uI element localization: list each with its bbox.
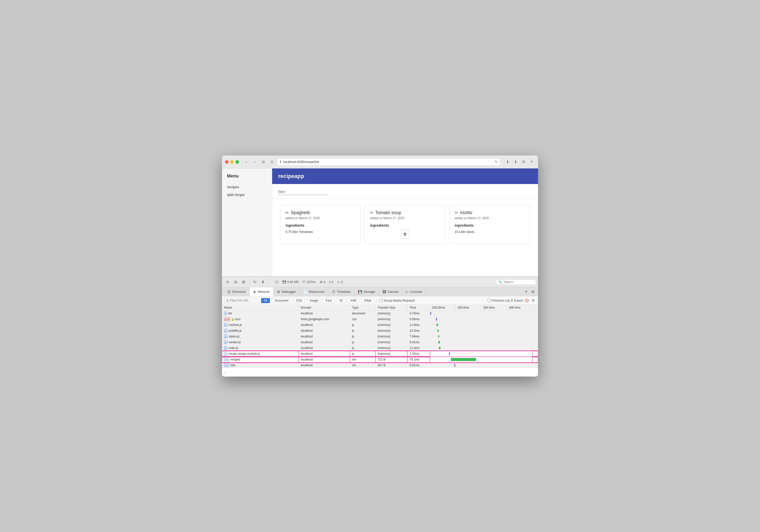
th-300ms: 300.0ms xyxy=(481,305,507,311)
row-timeline-cell xyxy=(430,311,533,316)
back-button[interactable]: ‹ xyxy=(243,159,250,165)
address-bar[interactable]: ℹ localhost:4200/recipe/list ↻ xyxy=(277,158,500,166)
maximize-button[interactable] xyxy=(236,160,239,164)
sidebar-item-recipes[interactable]: recipes xyxy=(227,185,267,189)
tab-storage-label: Storage xyxy=(364,290,375,293)
devtools-dock-bottom-button[interactable]: ⊟ xyxy=(232,279,239,286)
minimize-button[interactable] xyxy=(230,160,234,164)
close-button[interactable] xyxy=(225,160,228,164)
recipe-icon-tomato-soup: ✂ xyxy=(370,210,373,215)
requests-count: 4 xyxy=(324,280,325,284)
forward-button[interactable]: › xyxy=(252,159,258,165)
table-row[interactable]: jsstyles.jslocalhostjs(memory)7.96ms xyxy=(222,334,538,339)
group-media-label[interactable]: Group Media Requests xyxy=(379,299,415,302)
warning-icon: ⚠ xyxy=(337,280,340,284)
delete-button-tomato-soup[interactable]: 🗑 xyxy=(401,230,409,239)
devtools-close-button[interactable]: ✕ xyxy=(224,279,231,286)
add-tab-button[interactable]: + xyxy=(523,288,530,295)
tab-canvas[interactable]: 🖼 Canvas xyxy=(379,287,402,296)
export-button[interactable]: ⬆ Export xyxy=(511,299,523,302)
table-row[interactable]: xhrrecipeslocalhostxhr722 B75.1ms xyxy=(222,357,538,363)
clear-button[interactable]: 🚫 xyxy=(524,298,530,303)
tab-debugger-label: Debugger xyxy=(282,290,296,293)
row-time-cell: 9.41ms xyxy=(407,339,430,345)
row-time-cell: 11.6ms xyxy=(407,345,430,351)
row-domain-cell: localhost xyxy=(299,339,350,345)
devtools-download-button[interactable]: ⬇ xyxy=(260,279,266,286)
preserve-log-label[interactable]: Preserve Log xyxy=(488,299,510,302)
tab-timelines[interactable]: ⏱ Timelines xyxy=(328,287,355,296)
css-file-icon: css xyxy=(224,317,230,321)
row-type-cell: js xyxy=(350,351,375,357)
row-time-cell: 3.75ms xyxy=(407,311,430,316)
table-row[interactable]: jsruntime.jslocalhostjs(memory)11.8ms xyxy=(222,322,538,328)
download-icon[interactable]: ⬇ xyxy=(504,159,511,165)
table-row[interactable]: jsrecipe-recipe-module.jslocalhostjs(mem… xyxy=(222,351,538,357)
th-type[interactable]: Type xyxy=(350,305,375,311)
th-time[interactable]: Time xyxy=(407,305,430,311)
th-domain[interactable]: Domain xyxy=(299,305,350,311)
filter-font-button[interactable]: Font xyxy=(323,298,334,303)
tab-elements[interactable]: ☰ Elements xyxy=(224,287,250,296)
files-stat: 📄 11 xyxy=(270,280,278,284)
filter-toggle-button[interactable]: ⚙ xyxy=(531,298,536,303)
settings-button[interactable]: ⚙ xyxy=(530,288,536,295)
tab-network[interactable]: ⊕ Network xyxy=(250,287,273,296)
filter-js-button[interactable]: JS xyxy=(336,298,345,303)
tab-console[interactable]: ▷ Console xyxy=(402,287,426,296)
share-icon[interactable]: ⬆ xyxy=(512,159,519,165)
row-domain-cell: fonts.googleapis.com xyxy=(299,316,350,322)
traffic-lights xyxy=(225,160,239,164)
filter-url-input[interactable] xyxy=(230,299,255,302)
filter-css-button[interactable]: CSS xyxy=(293,298,305,303)
devtools-dock-side-button[interactable]: ⊞ xyxy=(240,279,247,286)
expand-button[interactable]: ⊡ xyxy=(269,159,275,165)
row-domain-cell: localhost xyxy=(299,322,350,328)
new-tab-icon[interactable]: ⧉ xyxy=(520,159,527,165)
js-file-icon: js xyxy=(224,335,227,338)
network-table-area[interactable]: Name Domain Type Transfer Size Time 100.… xyxy=(222,305,538,368)
devtools-search[interactable]: 🔍 xyxy=(496,279,536,285)
devtools-search-input[interactable] xyxy=(504,280,534,284)
split-view-button[interactable]: ⊞ xyxy=(260,159,266,165)
sidebar-item-add-recipe[interactable]: add recipe xyxy=(227,193,267,197)
devtools-panel: ✕ ⊟ ⊞ ↻ ⬇ 📄 11 💾 5.80 MB ⏱ 187ms xyxy=(222,276,538,377)
filter-other-button[interactable]: Other xyxy=(361,298,374,303)
row-transfer-cell: (memory) xyxy=(375,328,407,334)
th-transfer-size[interactable]: Transfer Size xyxy=(375,305,407,311)
table-row[interactable]: dlistlocalhostdocument(memory)3.75ms xyxy=(222,311,538,316)
devtools-stats: 📄 11 💾 5.80 MB ⏱ 187ms 🖥 4 ℹ 0 xyxy=(270,280,343,284)
table-row[interactable]: jsvendor.jslocalhostjs(memory)9.41ms xyxy=(222,339,538,345)
tab-debugger[interactable]: ⚙ Debugger xyxy=(273,287,300,296)
tab-resources[interactable]: 📄 Resources xyxy=(300,287,328,296)
recipe-card-tomato-soup: ✂ Tomato soup added on March 17, 2020 in… xyxy=(365,205,445,244)
js-file-icon: js xyxy=(224,340,227,344)
console-prompt-icon: › xyxy=(224,370,226,374)
devtools-reload-button[interactable]: ↻ xyxy=(251,279,258,286)
filter-input[interactable] xyxy=(278,189,328,195)
filter-document-button[interactable]: Document xyxy=(272,298,291,303)
filter-xhr-button[interactable]: XHR xyxy=(347,298,359,303)
add-tab-button[interactable]: + xyxy=(529,159,535,165)
table-row[interactable]: jsmain.jslocalhostjs(memory)11.6ms xyxy=(222,345,538,351)
toolbar-right: ⬇ ⬆ ⧉ + xyxy=(504,159,535,165)
tab-storage[interactable]: 💾 Storage xyxy=(355,287,379,296)
th-name[interactable]: Name xyxy=(222,305,299,311)
filter-image-button[interactable]: Image xyxy=(307,298,321,303)
row-scroll-cell xyxy=(533,316,538,322)
tab-elements-label: Elements xyxy=(232,290,246,293)
filter-url-area[interactable]: ⊕ xyxy=(224,298,259,303)
table-row[interactable]: xhrinfolocalhostxhr357 B0.81ms xyxy=(222,363,538,368)
reload-icon[interactable]: ↻ xyxy=(495,160,498,164)
browser-window: ‹ › ⊞ ⊡ ℹ localhost:4200/recipe/list ↻ ⬇… xyxy=(222,155,538,377)
group-media-checkbox[interactable] xyxy=(379,299,383,302)
network-icon: ⊕ xyxy=(253,290,256,294)
search-icon: 🔍 xyxy=(499,280,502,284)
preserve-log-checkbox[interactable] xyxy=(488,299,491,302)
filter-separator xyxy=(377,298,377,303)
table-row[interactable]: css🔒 iconfonts.googleapis.comcss(memory)… xyxy=(222,316,538,322)
table-row[interactable]: jspolyfills.jslocalhostjs(memory)10.3ms xyxy=(222,328,538,334)
recipe-icon-spaghetti: ✂ xyxy=(285,210,289,215)
filter-all-button[interactable]: All xyxy=(261,298,270,303)
row-time-cell: 11.8ms xyxy=(407,322,430,328)
